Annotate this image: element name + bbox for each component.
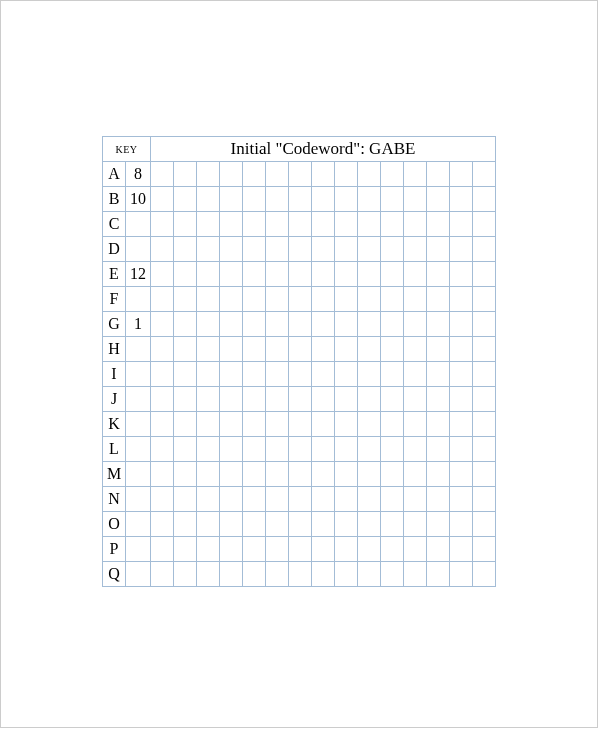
value-cell: [126, 237, 151, 262]
grid-cell: [220, 412, 243, 437]
grid-cell: [220, 537, 243, 562]
grid-cell: [335, 237, 358, 262]
grid-cell: [450, 212, 473, 237]
grid-cell: [381, 562, 404, 587]
page-container: KEY Initial "Codeword": GABE A8B10CDE12F…: [0, 0, 598, 728]
grid-cell: [151, 512, 174, 537]
grid-cell: [404, 237, 427, 262]
grid-cell: [427, 187, 450, 212]
grid-cell: [335, 312, 358, 337]
grid-cell: [220, 487, 243, 512]
grid-cell: [381, 462, 404, 487]
value-cell: 1: [126, 312, 151, 337]
grid-cell: [174, 462, 197, 487]
grid-cell: [174, 162, 197, 187]
grid-cell: [312, 462, 335, 487]
grid-cell: [197, 562, 220, 587]
grid-cell: [266, 487, 289, 512]
grid-cell: [358, 187, 381, 212]
grid-body: A8B10CDE12FG1HIJKLMNOPQ: [103, 162, 496, 587]
table-row: P: [103, 537, 496, 562]
letter-cell: Q: [103, 562, 126, 587]
value-cell: [126, 512, 151, 537]
grid-cell: [243, 162, 266, 187]
grid-cell: [312, 262, 335, 287]
grid-cell: [335, 512, 358, 537]
grid-cell: [450, 487, 473, 512]
table-row: F: [103, 287, 496, 312]
grid-cell: [381, 437, 404, 462]
grid-cell: [473, 262, 496, 287]
grid-cell: [243, 287, 266, 312]
grid-cell: [243, 187, 266, 212]
grid-cell: [243, 337, 266, 362]
key-header-cell: KEY: [103, 137, 151, 162]
grid-cell: [381, 487, 404, 512]
grid-cell: [427, 512, 450, 537]
grid-cell: [358, 437, 381, 462]
grid-cell: [197, 437, 220, 462]
grid-cell: [174, 262, 197, 287]
grid-cell: [358, 162, 381, 187]
grid-cell: [266, 562, 289, 587]
table-row: C: [103, 212, 496, 237]
grid-cell: [220, 312, 243, 337]
grid-cell: [427, 312, 450, 337]
grid-cell: [174, 362, 197, 387]
letter-cell: N: [103, 487, 126, 512]
grid-cell: [151, 312, 174, 337]
grid-cell: [450, 162, 473, 187]
grid-cell: [335, 287, 358, 312]
grid-cell: [312, 237, 335, 262]
grid-cell: [220, 187, 243, 212]
grid-cell: [243, 462, 266, 487]
grid-cell: [473, 437, 496, 462]
grid-cell: [381, 362, 404, 387]
grid-cell: [473, 537, 496, 562]
grid-cell: [266, 337, 289, 362]
grid-cell: [151, 287, 174, 312]
grid-cell: [335, 187, 358, 212]
grid-cell: [335, 412, 358, 437]
grid-cell: [404, 287, 427, 312]
grid-cell: [151, 462, 174, 487]
grid-cell: [473, 462, 496, 487]
grid-cell: [450, 362, 473, 387]
grid-cell: [312, 162, 335, 187]
letter-cell: D: [103, 237, 126, 262]
grid-cell: [243, 237, 266, 262]
grid-cell: [266, 412, 289, 437]
grid-cell: [358, 562, 381, 587]
grid-cell: [151, 362, 174, 387]
grid-cell: [381, 162, 404, 187]
table-row: E12: [103, 262, 496, 287]
grid-cell: [381, 212, 404, 237]
grid-cell: [427, 537, 450, 562]
letter-cell: H: [103, 337, 126, 362]
grid-cell: [174, 312, 197, 337]
grid-cell: [220, 562, 243, 587]
grid-cell: [473, 562, 496, 587]
table-row: Q: [103, 562, 496, 587]
grid-cell: [289, 162, 312, 187]
grid-cell: [266, 287, 289, 312]
grid-cell: [427, 487, 450, 512]
grid-cell: [404, 512, 427, 537]
grid-cell: [243, 262, 266, 287]
grid-cell: [358, 262, 381, 287]
table-row: L: [103, 437, 496, 462]
table-row: I: [103, 362, 496, 387]
grid-cell: [473, 512, 496, 537]
grid-cell: [151, 487, 174, 512]
grid-cell: [289, 387, 312, 412]
grid-cell: [427, 362, 450, 387]
grid-cell: [312, 312, 335, 337]
letter-cell: E: [103, 262, 126, 287]
grid-cell: [335, 437, 358, 462]
grid-cell: [312, 362, 335, 387]
grid-cell: [197, 187, 220, 212]
grid-cell: [450, 462, 473, 487]
grid-cell: [427, 162, 450, 187]
grid-cell: [289, 487, 312, 512]
grid-cell: [151, 187, 174, 212]
